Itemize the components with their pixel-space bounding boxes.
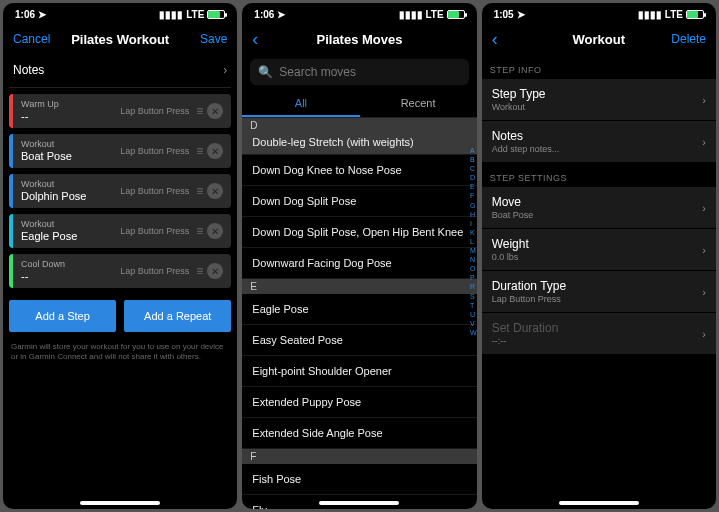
back-button[interactable]: ‹ [252, 30, 296, 48]
carrier: LTE [186, 9, 204, 20]
move-row[interactable]: Easy Seated Pose [242, 325, 476, 356]
tab-recent[interactable]: Recent [360, 91, 477, 117]
move-row[interactable]: Eight-point Shoulder Opener [242, 356, 476, 387]
chevron-right-icon: › [702, 202, 706, 214]
step-card[interactable]: Warm Up--Lap Button Press≡✕ [9, 94, 231, 128]
move-row[interactable]: Eagle Pose [242, 294, 476, 325]
location-icon: ➤ [277, 9, 285, 20]
drag-handle-icon[interactable]: ≡ [196, 264, 201, 278]
move-row[interactable]: Extended Puppy Pose [242, 387, 476, 418]
index-letter[interactable]: A [470, 146, 477, 155]
notes-row[interactable]: Notes › [9, 55, 231, 88]
add-repeat-button[interactable]: Add a Repeat [124, 300, 231, 332]
move-row[interactable]: Fish Pose [242, 464, 476, 495]
section-header: F [242, 449, 476, 464]
nav-bar: ‹ Pilates Moves [242, 23, 476, 55]
status-bar: 1:06➤ ▮▮▮▮LTE [242, 3, 476, 23]
status-time: 1:06 [254, 9, 274, 20]
row-duration-type[interactable]: Duration TypeLap Button Press › [482, 271, 716, 313]
step-card[interactable]: Cool Down--Lap Button Press≡✕ [9, 254, 231, 288]
delete-step-button[interactable]: ✕ [207, 103, 223, 119]
step-type: Workout [21, 180, 112, 190]
index-letter[interactable]: E [470, 182, 477, 191]
step-name: -- [21, 270, 112, 282]
battery-icon [447, 10, 465, 19]
index-letter[interactable]: V [470, 319, 477, 328]
index-letter[interactable]: T [470, 301, 477, 310]
move-row[interactable]: Extended Side Angle Pose [242, 418, 476, 449]
index-letter[interactable]: B [470, 155, 477, 164]
index-letter[interactable]: D [470, 173, 477, 182]
index-letter[interactable]: G [470, 201, 477, 210]
index-letter[interactable]: R [470, 282, 477, 291]
nav-bar: ‹ Workout Delete [482, 23, 716, 55]
step-name: Eagle Pose [21, 230, 112, 242]
chevron-right-icon: › [223, 63, 227, 77]
row-move[interactable]: MoveBoat Pose › [482, 187, 716, 229]
tab-all[interactable]: All [242, 91, 359, 117]
delete-step-button[interactable]: ✕ [207, 183, 223, 199]
add-step-button[interactable]: Add a Step [9, 300, 116, 332]
step-card[interactable]: WorkoutBoat PoseLap Button Press≡✕ [9, 134, 231, 168]
index-letter[interactable]: C [470, 164, 477, 173]
status-bar: 1:05➤ ▮▮▮▮LTE [482, 3, 716, 23]
nav-bar: Cancel Pilates Workout Save [3, 23, 237, 55]
move-row[interactable]: Double-leg Stretch (with weights) [242, 132, 476, 155]
row-weight[interactable]: Weight0.0 lbs › [482, 229, 716, 271]
row-notes[interactable]: NotesAdd step notes... › [482, 121, 716, 163]
row-step-type[interactable]: Step TypeWorkout › [482, 79, 716, 121]
step-type: Cool Down [21, 260, 112, 270]
drag-handle-icon[interactable]: ≡ [196, 104, 201, 118]
move-row[interactable]: Downward Facing Dog Pose [242, 248, 476, 279]
search-input[interactable]: 🔍 Search moves [250, 59, 468, 85]
delete-step-button[interactable]: ✕ [207, 263, 223, 279]
index-letter[interactable]: S [470, 292, 477, 301]
page-title: Pilates Workout [71, 32, 169, 47]
move-row[interactable]: Down Dog Knee to Nose Pose [242, 155, 476, 186]
carrier: LTE [665, 9, 683, 20]
drag-handle-icon[interactable]: ≡ [196, 224, 201, 238]
back-button[interactable]: ‹ [492, 30, 536, 48]
chevron-right-icon: › [702, 94, 706, 106]
move-row[interactable]: Down Dog Split Pose, Open Hip Bent Knee [242, 217, 476, 248]
drag-handle-icon[interactable]: ≡ [196, 144, 201, 158]
delete-step-button[interactable]: ✕ [207, 143, 223, 159]
step-card[interactable]: WorkoutEagle PoseLap Button Press≡✕ [9, 214, 231, 248]
delete-button[interactable]: Delete [662, 32, 706, 46]
index-letter[interactable]: P [470, 273, 477, 282]
step-trigger: Lap Button Press [120, 266, 190, 276]
index-letter[interactable]: W [470, 328, 477, 337]
home-indicator[interactable] [80, 501, 160, 505]
move-row[interactable]: Down Dog Split Pose [242, 186, 476, 217]
disclaimer-text: Garmin will store your workout for you t… [9, 342, 231, 363]
signal-icon: ▮▮▮▮ [159, 9, 183, 20]
battery-icon [207, 10, 225, 19]
chevron-right-icon: › [702, 328, 706, 340]
index-letter[interactable]: M [470, 246, 477, 255]
carrier: LTE [426, 9, 444, 20]
index-letter[interactable]: H [470, 210, 477, 219]
index-letter[interactable]: O [470, 264, 477, 273]
alpha-index[interactable]: ABCDEFGHIKLMNOPRSTUVW [470, 146, 477, 337]
save-button[interactable]: Save [183, 32, 227, 46]
home-indicator[interactable] [559, 501, 639, 505]
home-indicator[interactable] [319, 501, 399, 505]
chevron-right-icon: › [702, 136, 706, 148]
delete-step-button[interactable]: ✕ [207, 223, 223, 239]
group-step-info: STEP INFO [482, 55, 716, 79]
index-letter[interactable]: K [470, 228, 477, 237]
step-card[interactable]: WorkoutDolphin PoseLap Button Press≡✕ [9, 174, 231, 208]
signal-icon: ▮▮▮▮ [399, 9, 423, 20]
index-letter[interactable]: L [470, 237, 477, 246]
signal-icon: ▮▮▮▮ [638, 9, 662, 20]
index-letter[interactable]: N [470, 255, 477, 264]
index-letter[interactable]: U [470, 310, 477, 319]
cancel-button[interactable]: Cancel [13, 32, 57, 46]
step-type: Workout [21, 140, 112, 150]
drag-handle-icon[interactable]: ≡ [196, 184, 201, 198]
index-letter[interactable]: I [470, 219, 477, 228]
index-letter[interactable]: F [470, 191, 477, 200]
row-set-duration[interactable]: Set Duration--:-- › [482, 313, 716, 355]
chevron-right-icon: › [702, 286, 706, 298]
page-title: Pilates Moves [316, 32, 402, 47]
